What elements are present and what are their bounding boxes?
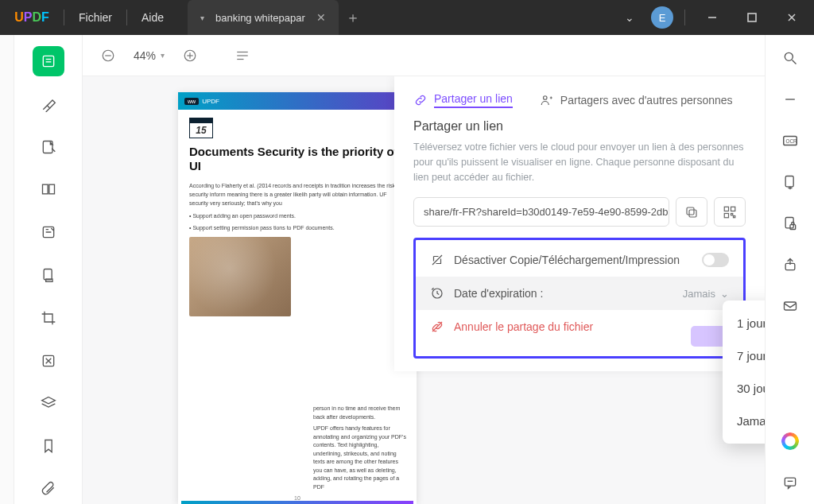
layers-icon[interactable]: [33, 389, 64, 419]
svg-text:OCR: OCR: [785, 138, 797, 144]
svg-rect-42: [785, 478, 795, 486]
protect-icon[interactable]: [33, 260, 64, 290]
attachment-icon[interactable]: [33, 474, 64, 504]
expiry-option-never[interactable]: Jamais: [723, 405, 765, 437]
theme-color-icon[interactable]: [778, 429, 802, 453]
chevron-down-icon: ⌄: [720, 288, 729, 300]
zoom-toolbar: 44%▾: [83, 35, 765, 76]
svg-rect-29: [734, 215, 735, 217]
svg-rect-26: [731, 207, 735, 211]
menu-file[interactable]: Fichier: [64, 11, 126, 24]
svg-rect-27: [724, 213, 728, 217]
window-minimize-button[interactable]: [696, 4, 728, 31]
search-icon[interactable]: [778, 46, 802, 70]
left-toolbar: [14, 35, 83, 504]
option-expiry[interactable]: Date d'expiration : Jamais ⌄: [416, 277, 743, 310]
share-heading: Partager un lien: [413, 119, 746, 134]
zoom-level[interactable]: 44%▾: [134, 49, 165, 62]
svg-rect-25: [724, 207, 728, 211]
redact-icon[interactable]: [33, 346, 64, 376]
window-maximize-button[interactable]: [736, 4, 768, 31]
app-logo: UPDF: [0, 10, 64, 25]
svg-rect-4: [43, 56, 53, 66]
svg-rect-8: [42, 185, 48, 195]
left-gutter: [0, 35, 14, 504]
zoom-out-button[interactable]: [97, 45, 119, 67]
minus-icon[interactable]: [778, 87, 802, 111]
bookmark-icon[interactable]: [33, 431, 64, 461]
form-icon[interactable]: [33, 217, 64, 247]
svg-rect-39: [790, 225, 796, 230]
document-viewport[interactable]: wwUPDF 15 Documents Security is the prio…: [83, 76, 765, 504]
reader-mode-icon[interactable]: [33, 46, 64, 76]
svg-rect-24: [687, 207, 694, 215]
tab-share-link[interactable]: Partager un lien: [413, 92, 513, 108]
option-disable-copy: Désactiver Copie/Téléchargement/Impressi…: [416, 243, 743, 277]
copy-link-button[interactable]: [676, 197, 707, 227]
share-url-field[interactable]: share/fr-FR?shareId=b30d0149-7e59-4e90-8…: [413, 197, 669, 227]
pages-icon[interactable]: [33, 174, 64, 204]
svg-rect-12: [45, 279, 52, 281]
window-close-button[interactable]: [776, 4, 808, 31]
svg-rect-1: [748, 14, 756, 21]
svg-rect-11: [44, 269, 52, 279]
comment-icon[interactable]: [778, 471, 802, 494]
titlebar: UPDF Fichier Aide ▾ banking whitepapar ✕…: [0, 0, 814, 35]
avatar[interactable]: E: [651, 6, 673, 29]
dropdown-icon[interactable]: ⌄: [616, 4, 643, 31]
zoom-in-button[interactable]: [179, 45, 201, 67]
mail-icon[interactable]: [778, 294, 802, 318]
edit-text-icon[interactable]: [33, 132, 64, 162]
svg-rect-41: [784, 302, 796, 310]
right-toolbar: OCR: [765, 35, 814, 504]
fit-width-icon[interactable]: [231, 45, 254, 67]
svg-rect-28: [731, 213, 733, 215]
share-icon[interactable]: [778, 253, 802, 277]
crop-icon[interactable]: [33, 303, 64, 333]
svg-line-33: [792, 60, 796, 64]
expiry-dropdown: 1 jour 7 jours 30 jours Jamais: [723, 300, 765, 444]
tab-chevron-icon: ▾: [200, 14, 204, 22]
tab-close-icon[interactable]: ✕: [316, 11, 326, 24]
expiry-option-7days[interactable]: 7 jours: [723, 339, 765, 372]
expiry-option-30days[interactable]: 30 jours: [723, 372, 765, 405]
svg-point-22: [543, 96, 547, 100]
qr-code-button[interactable]: [714, 197, 746, 227]
svg-point-32: [785, 52, 793, 60]
pdf-page: wwUPDF 15 Documents Security is the prio…: [178, 92, 417, 504]
share-description: Téléversez votre fichier vers le cloud p…: [413, 140, 746, 184]
center-area: 44%▾ wwUPDF 15 Documents Security is the…: [83, 35, 765, 504]
ocr-icon[interactable]: OCR: [778, 129, 802, 153]
highlighter-icon[interactable]: [33, 89, 64, 119]
tab-title: banking whitepapar: [215, 12, 305, 24]
menu-help[interactable]: Aide: [127, 11, 178, 24]
lock-file-icon[interactable]: [778, 211, 802, 235]
share-panel: Partager un lien Partagers avec d'autres…: [394, 76, 765, 371]
expiry-option-1day[interactable]: 1 jour: [723, 307, 765, 339]
new-tab-button[interactable]: ＋: [339, 8, 367, 27]
doc-heading: Documents Security is the priority of UI: [189, 145, 405, 173]
disable-copy-toggle[interactable]: [702, 253, 729, 267]
tab-share-others[interactable]: Partagers avec d'autres personnes: [540, 93, 733, 107]
document-tab[interactable]: ▾ banking whitepapar ✕: [188, 0, 339, 35]
share-options-box: Désactiver Copie/Téléchargement/Impressi…: [413, 238, 746, 359]
doc-image: [189, 237, 291, 316]
convert-icon[interactable]: [778, 170, 802, 194]
svg-rect-23: [689, 210, 696, 217]
svg-rect-37: [785, 176, 793, 187]
svg-rect-9: [48, 185, 54, 195]
